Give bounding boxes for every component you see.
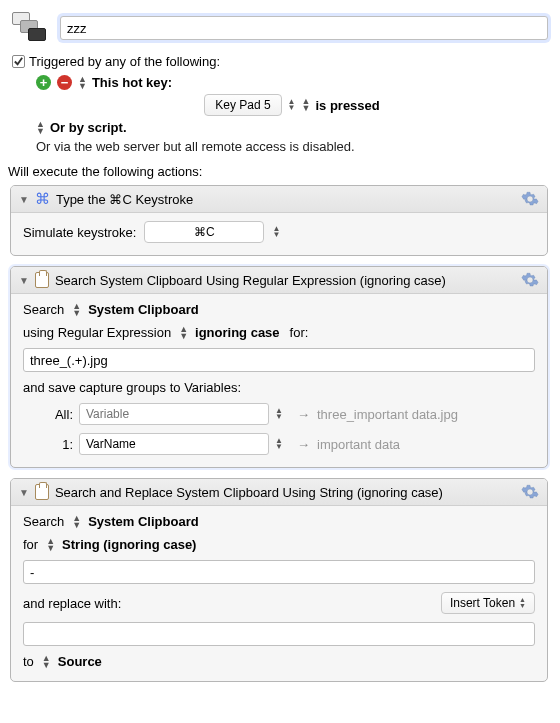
action-gear-icon[interactable]	[521, 271, 539, 289]
capture-all-example: three_important data.jpg	[317, 407, 535, 422]
hotkey-key-field[interactable]: Key Pad 5	[204, 94, 281, 116]
simulate-label: Simulate keystroke:	[23, 225, 136, 240]
insert-token-button[interactable]: Insert Token	[441, 592, 535, 614]
to-target-stepper[interactable]	[42, 655, 50, 669]
trigger-type-stepper[interactable]	[78, 76, 86, 90]
search-label: Search	[23, 302, 64, 317]
replace-label: and replace with:	[23, 596, 121, 611]
combo-stepper[interactable]	[275, 408, 291, 420]
hotkey-key-stepper[interactable]	[288, 99, 296, 111]
hotkey-condition-stepper[interactable]	[302, 98, 310, 112]
arrow-icon: →	[297, 407, 311, 422]
for-type-stepper[interactable]	[46, 538, 54, 552]
for-label: for	[23, 537, 38, 552]
macro-name-input[interactable]	[60, 16, 548, 40]
action-search-clipboard-regex[interactable]: ▼ Search System Clipboard Using Regular …	[10, 266, 548, 468]
using-label: using Regular Expression	[23, 325, 171, 340]
keystroke-field[interactable]: ⌘C	[144, 221, 264, 243]
arrow-icon: →	[297, 437, 311, 452]
for-label: for:	[290, 325, 309, 340]
remove-trigger-button[interactable]: −	[57, 75, 72, 90]
chevron-down-icon	[519, 597, 526, 609]
action-search-replace-clipboard[interactable]: ▼ Search and Replace System Clipboard Us…	[10, 478, 548, 682]
execute-label: Will execute the following actions:	[8, 164, 548, 179]
capture-all-label: All:	[23, 407, 73, 422]
search-label: Search	[23, 514, 64, 529]
for-option: String (ignoring case)	[62, 537, 196, 552]
case-stepper[interactable]	[179, 326, 187, 340]
replace-with-input[interactable]	[23, 622, 535, 646]
action-title: Search and Replace System Clipboard Usin…	[55, 485, 443, 500]
regex-pattern-input[interactable]	[23, 348, 535, 372]
action-title: Type the ⌘C Keystroke	[56, 192, 193, 207]
capture-row-1: 1: → important data	[23, 433, 535, 455]
search-target-stepper[interactable]	[72, 303, 80, 317]
trigger-enabled-checkbox[interactable]	[12, 55, 25, 68]
search-target: System Clipboard	[88, 514, 199, 529]
action-gear-icon[interactable]	[521, 190, 539, 208]
hotkey-condition-label: is pressed	[315, 98, 379, 113]
disclosure-icon[interactable]: ▼	[19, 194, 29, 205]
disclosure-icon[interactable]: ▼	[19, 487, 29, 498]
capture-all-variable-combo[interactable]	[79, 403, 269, 425]
action-gear-icon[interactable]	[521, 483, 539, 501]
capture-1-label: 1:	[23, 437, 73, 452]
script-trigger-stepper[interactable]	[36, 121, 44, 135]
macro-icon	[10, 8, 50, 48]
keystroke-stepper[interactable]	[272, 226, 280, 238]
disclosure-icon[interactable]: ▼	[19, 275, 29, 286]
add-trigger-button[interactable]: +	[36, 75, 51, 90]
hotkey-label: This hot key:	[92, 75, 172, 90]
capture-row-all: All: → three_important data.jpg	[23, 403, 535, 425]
trigger-label: Triggered by any of the following:	[29, 54, 220, 69]
combo-stepper[interactable]	[275, 438, 291, 450]
webserver-note: Or via the web server but all remote acc…	[36, 139, 548, 154]
script-trigger-label: Or by script.	[50, 120, 127, 135]
action-type-keystroke[interactable]: ▼ ⌘ Type the ⌘C Keystroke Simulate keyst…	[10, 185, 548, 256]
clipboard-icon	[35, 272, 49, 288]
to-target: Source	[58, 654, 102, 669]
save-groups-label: and save capture groups to Variables:	[23, 380, 535, 395]
action-title: Search System Clipboard Using Regular Ex…	[55, 273, 446, 288]
keystroke-icon: ⌘	[35, 190, 50, 208]
case-label: ignoring case	[195, 325, 280, 340]
capture-1-variable-combo[interactable]	[79, 433, 269, 455]
search-target: System Clipboard	[88, 302, 199, 317]
search-for-input[interactable]	[23, 560, 535, 584]
clipboard-icon	[35, 484, 49, 500]
search-target-stepper[interactable]	[72, 515, 80, 529]
capture-1-example: important data	[317, 437, 535, 452]
to-label: to	[23, 654, 34, 669]
